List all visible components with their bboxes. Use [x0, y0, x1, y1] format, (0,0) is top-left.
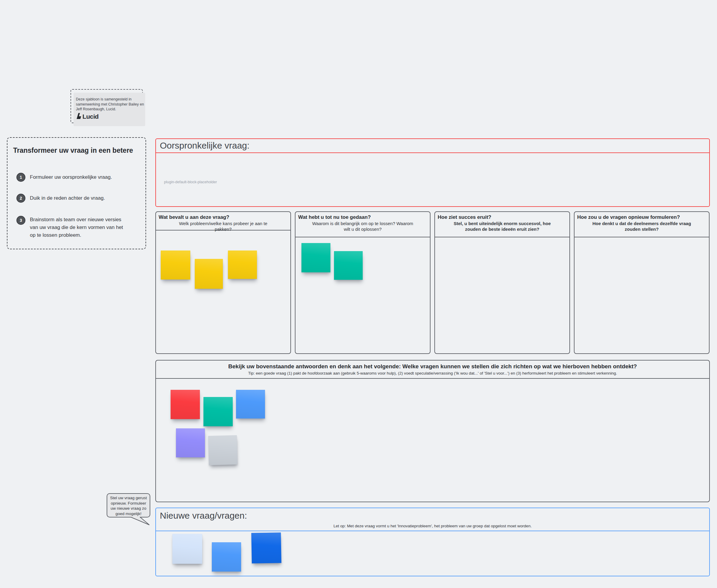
column-header: Hoe zou u de vragen opnieuw formuleren? …: [574, 212, 709, 237]
review-box[interactable]: Bekijk uw bovenstaande antwoorden en den…: [155, 360, 710, 502]
original-question-box[interactable]: Oorspronkelijke vraag: plugin-default-bl…: [155, 139, 710, 207]
column-herformuleren[interactable]: Hoe zou u de vragen opnieuw formuleren? …: [574, 211, 710, 354]
column-subtitle: Stel, u bent uiteindelijk enorm succesvo…: [447, 220, 558, 232]
column-wat-gedaan[interactable]: Wat hebt u tot nu toe gedaan? Waarom is …: [295, 211, 431, 354]
new-question-title: Nieuwe vraag/vragen:: [160, 510, 247, 521]
column-title: Wat bevalt u aan deze vraag?: [156, 214, 290, 220]
sticky-note[interactable]: [172, 534, 202, 564]
attribution-card[interactable]: Deze sjabloon is samengesteld in samenwe…: [73, 93, 145, 126]
speech-bubble[interactable]: Stel uw vraag gerust opnieuw. Formuleer …: [107, 493, 150, 518]
column-subtitle: Hoe denkt u dat de deelnemers dezelfde v…: [586, 220, 697, 232]
sticky-note[interactable]: [334, 251, 363, 280]
sticky-note[interactable]: [171, 390, 200, 419]
new-question-header: Nieuwe vraag/vragen: Let op: Met deze vr…: [156, 508, 709, 531]
step-2-text: Duik in de reden achter de vraag.: [30, 194, 128, 202]
sticky-note[interactable]: [208, 435, 238, 465]
column-title: Wat hebt u tot nu toe gedaan?: [296, 214, 430, 220]
column-header: Hoe ziet succes eruit? Stel, u bent uite…: [435, 212, 569, 237]
step-3-text: Brainstorm als team over nieuwe versies …: [30, 216, 128, 239]
step-1-text: Formuleer uw oorspronkelijke vraag.: [30, 173, 128, 181]
step-1-badge: 1: [17, 173, 25, 182]
column-subtitle: Welk probleem/welke kans probeer je aan …: [174, 220, 273, 232]
lucid-logo-word: Lucid: [83, 113, 99, 120]
column-subtitle: Waarom is dit belangrijk om op te lossen…: [309, 220, 416, 232]
review-header: Bekijk uw bovenstaande antwoorden en den…: [156, 360, 709, 379]
sticky-note[interactable]: [161, 251, 190, 279]
sticky-note[interactable]: [236, 390, 265, 419]
sticky-note[interactable]: [301, 243, 330, 272]
column-header: Wat hebt u tot nu toe gedaan? Waarom is …: [296, 212, 430, 237]
sticky-note[interactable]: [212, 542, 241, 571]
step-3-badge: 3: [17, 216, 25, 225]
original-question-header: Oorspronkelijke vraag:: [156, 139, 709, 153]
review-title: Bekijk uw bovenstaande antwoorden en den…: [156, 363, 709, 370]
original-question-placeholder[interactable]: plugin-default-block-placeholder: [164, 180, 217, 184]
column-header: Wat bevalt u aan deze vraag? Welk proble…: [156, 212, 290, 230]
sticky-note[interactable]: [203, 397, 233, 426]
column-title: Hoe zou u de vragen opnieuw formuleren?: [574, 214, 709, 220]
attribution-text: Deze sjabloon is samengesteld in samenwe…: [76, 97, 145, 112]
lucid-logo-icon: [75, 112, 82, 121]
original-question-title: Oorspronkelijke vraag:: [156, 139, 709, 152]
speech-bubble-tail-icon: [128, 517, 151, 526]
instructions-panel[interactable]: Transformeer uw vraag in een betere 1 Fo…: [7, 137, 146, 249]
lucid-logo: Lucid: [75, 112, 99, 121]
step-2-badge: 2: [17, 194, 25, 203]
sticky-note[interactable]: [176, 428, 205, 457]
column-wat-bevalt[interactable]: Wat bevalt u aan deze vraag? Welk proble…: [155, 211, 291, 354]
sticky-note[interactable]: [251, 532, 281, 564]
instructions-title: Transformeer uw vraag in een betere: [13, 146, 138, 154]
column-succes[interactable]: Hoe ziet succes eruit? Stel, u bent uite…: [434, 211, 570, 354]
whiteboard-canvas[interactable]: Deze sjabloon is samengesteld in samenwe…: [0, 0, 717, 588]
sticky-note[interactable]: [228, 251, 257, 279]
column-title: Hoe ziet succes eruit?: [435, 214, 569, 220]
sticky-note[interactable]: [195, 259, 223, 289]
speech-bubble-text: Stel uw vraag gerust opnieuw. Formuleer …: [107, 494, 150, 516]
new-question-note: Let op: Met deze vraag vormt u het 'Inno…: [156, 524, 709, 528]
review-tip: Tip: een goede vraag (1) pakt de hoofdoo…: [156, 371, 709, 375]
